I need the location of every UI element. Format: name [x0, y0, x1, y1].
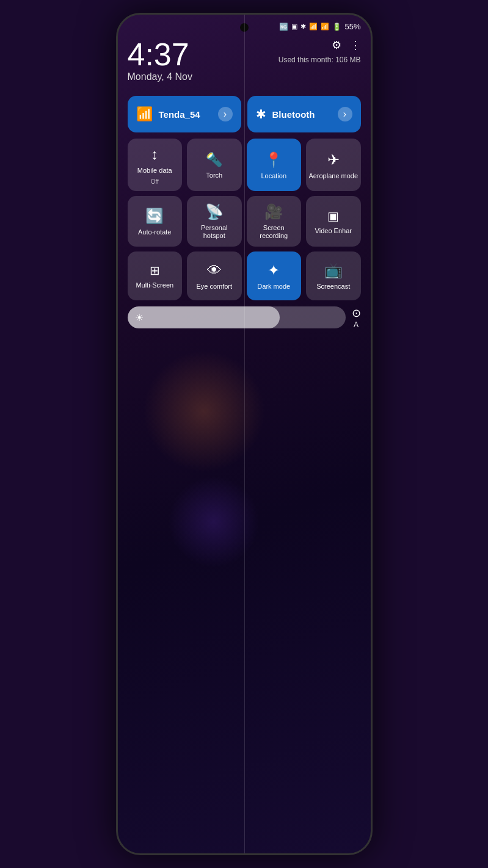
wifi-tile[interactable]: 📶 Tenda_54 › [128, 96, 241, 132]
control-icons-row: ⚙ ⋮ [332, 38, 361, 52]
eye-comfort-label: Eye comfort [196, 283, 232, 291]
nfc-icon: 🆖 [279, 23, 288, 31]
quick-panel: 4:37 Monday, 4 Nov ⚙ ⋮ Used this month: … [118, 34, 371, 329]
brightness-auto-label: A [354, 320, 359, 329]
multi-screen-icon: ⊞ [150, 263, 160, 278]
connectivity-row: 📶 Tenda_54 › ✱ Bluetooth › [128, 96, 361, 132]
mobile-data-label: Mobile data [137, 167, 172, 175]
top-right-controls: ⚙ ⋮ Used this month: 106 MB [279, 38, 361, 64]
more-options-icon[interactable]: ⋮ [350, 38, 361, 52]
video-enhance-label: Video Enhar [315, 227, 352, 235]
data-usage-label: Used this month: 106 MB [279, 56, 361, 64]
personal-hotspot-tile[interactable]: 📡 Personal hotspot [187, 196, 242, 246]
mobile-data-sublabel: Off [151, 178, 159, 185]
screencast-tile[interactable]: 📺 Screencast [306, 251, 361, 300]
mobile-data-icon: ↕ [151, 146, 158, 163]
multi-screen-label: Multi-Screen [136, 281, 173, 289]
dark-mode-icon: ✦ [268, 262, 280, 279]
bluetooth-label: Bluetooth [272, 109, 332, 120]
mobile-data-tile[interactable]: ↕ Mobile data Off [128, 139, 183, 191]
auto-rotate-label: Auto-rotate [138, 228, 171, 236]
screencast-icon: 📺 [324, 262, 343, 279]
brightness-row: ☀ ⊙ A [128, 306, 361, 329]
hotspot-label: Personal hotspot [189, 224, 239, 240]
dark-mode-label: Dark mode [257, 283, 290, 291]
time-date: 4:37 Monday, 4 Nov [128, 38, 192, 82]
hotspot-icon: 📡 [205, 203, 224, 220]
wifi-status-icon: 📶 [309, 23, 318, 31]
date: Monday, 4 Nov [128, 71, 192, 82]
brightness-sun-icon: ☀ [135, 312, 144, 324]
location-tile[interactable]: 📍 Location [247, 139, 302, 191]
aeroplane-icon: ✈ [327, 151, 340, 168]
battery-icon: 🔋 [332, 23, 341, 31]
brightness-auto-icon: ⊙ [352, 306, 361, 320]
torch-tile[interactable]: 🔦 Torch [187, 139, 242, 191]
signal-bars-icon: 📶 [321, 23, 329, 31]
aeroplane-tile[interactable]: ✈ Aeroplane mode [306, 139, 361, 191]
brightness-slider[interactable]: ☀ [128, 306, 346, 328]
battery-percentage: 55% [344, 22, 360, 31]
signal-icon: ▣ [291, 23, 297, 31]
bluetooth-icon: ✱ [256, 107, 266, 121]
bluetooth-tile[interactable]: ✱ Bluetooth › [247, 96, 361, 132]
auto-rotate-icon: 🔄 [145, 208, 164, 225]
multi-screen-tile[interactable]: ⊞ Multi-Screen [128, 251, 183, 300]
location-label: Location [261, 172, 286, 180]
torch-label: Torch [206, 172, 222, 179]
eye-comfort-icon: 👁 [207, 262, 222, 279]
camera-hole [240, 23, 249, 32]
video-enhance-icon: ▣ [327, 209, 339, 223]
bluetooth-status-icon: ✱ [300, 23, 306, 31]
bluetooth-chevron-icon[interactable]: › [338, 107, 352, 121]
location-icon: 📍 [264, 151, 283, 168]
brightness-auto-button[interactable]: ⊙ A [352, 306, 361, 329]
video-enhance-tile[interactable]: ▣ Video Enhar [306, 196, 361, 246]
tiles-grid: ↕ Mobile data Off 🔦 Torch 📍 Location ✈ A… [128, 139, 361, 300]
wifi-label: Tenda_54 [159, 109, 212, 120]
aeroplane-label: Aeroplane mode [308, 172, 358, 180]
top-row: 4:37 Monday, 4 Nov ⚙ ⋮ Used this month: … [128, 38, 361, 90]
torch-icon: 🔦 [206, 152, 222, 168]
wifi-chevron-icon[interactable]: › [218, 107, 233, 121]
screen-recording-tile[interactable]: 🎥 Screen recording [247, 196, 302, 246]
screen-recording-icon: 🎥 [264, 203, 283, 220]
dark-mode-tile[interactable]: ✦ Dark mode [247, 251, 302, 300]
wifi-icon: 📶 [136, 106, 153, 122]
settings-icon[interactable]: ⚙ [332, 38, 341, 52]
eye-comfort-tile[interactable]: 👁 Eye comfort [187, 251, 242, 300]
clock: 4:37 [128, 38, 192, 70]
brightness-fill: ☀ [128, 306, 280, 328]
screen-recording-label: Screen recording [249, 224, 299, 240]
auto-rotate-tile[interactable]: 🔄 Auto-rotate [128, 196, 183, 246]
screencast-label: Screencast [316, 283, 350, 291]
status-icons: 🆖 ▣ ✱ 📶 📶 🔋 55% [279, 22, 360, 31]
